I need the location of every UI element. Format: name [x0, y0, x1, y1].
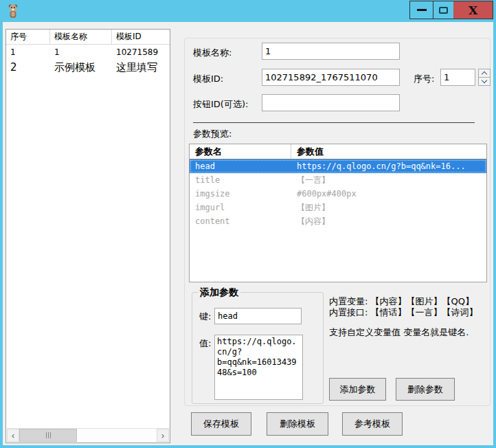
param-value: 【一言】	[291, 175, 486, 186]
param-list-header: 参数名 参数值	[190, 144, 486, 159]
reference-template-button[interactable]: 参考模板	[342, 412, 403, 436]
template-listview[interactable]: 序号 模板名称 模板ID 1 1 10271589 2 示例模板 这里填写 ‹	[5, 29, 170, 443]
template-name-input[interactable]	[262, 43, 400, 60]
maximize-button[interactable]	[433, 1, 454, 19]
param-value: 【内容】	[291, 216, 486, 227]
column-header-index[interactable]: 序号	[6, 30, 50, 44]
param-row[interactable]: imgurl 【图片】	[190, 201, 486, 214]
save-template-button[interactable]: 保存模板	[191, 412, 251, 436]
grip-icon	[50, 432, 51, 438]
hint-text: 内置变量: 【内容】【图片】【QQ】 内置接口: 【情话】【一言】【诗词】 支持…	[329, 296, 490, 338]
template-name-label: 模板名称:	[193, 47, 232, 59]
grip-icon	[48, 432, 49, 438]
key-label: 键:	[199, 311, 211, 323]
close-button[interactable]: X	[453, 1, 493, 19]
scroll-left-icon: ‹	[11, 430, 15, 441]
client-area: 序号 模板名称 模板ID 1 1 10271589 2 示例模板 这里填写 ‹	[3, 22, 493, 445]
scroll-right-button[interactable]: ›	[157, 429, 169, 442]
param-name: title	[190, 175, 291, 185]
add-param-group: 添加参数 键: 值: https://q.qlogo.cn/g?b=qq&nk=…	[192, 292, 324, 404]
minimize-button[interactable]	[409, 1, 433, 19]
template-id-input[interactable]	[262, 69, 400, 86]
chevron-down-icon	[482, 78, 487, 83]
value-textarea[interactable]: https://q.qlogo.cn/g?b=qq&nk=1601343948&…	[214, 335, 303, 400]
param-name: imgurl	[190, 203, 291, 212]
param-value: https://q.qlogo.cn/g?b=qq&nk=16...	[291, 161, 486, 171]
key-input[interactable]	[214, 308, 302, 324]
param-name: head	[190, 161, 291, 171]
cell-id: 这里填写	[112, 61, 170, 74]
index-label: 序号:	[414, 73, 434, 85]
param-preview-listview[interactable]: 参数名 参数值 head https://q.qlogo.cn/g?b=qq&n…	[189, 144, 487, 282]
grip-icon	[46, 432, 47, 438]
param-name: imgsize	[190, 189, 291, 199]
hint-custom-variables: 支持自定义变量值 变量名就是键名.	[329, 327, 490, 338]
add-param-group-title: 添加参数	[198, 287, 240, 299]
scrollbar-thumb[interactable]	[19, 429, 77, 442]
column-header-param-name[interactable]: 参数名	[190, 144, 291, 159]
minimize-icon	[417, 9, 427, 11]
index-stepper	[478, 69, 491, 86]
param-name: content	[190, 216, 291, 226]
column-header-name[interactable]: 模板名称	[50, 30, 112, 44]
title-bar[interactable]: X	[0, 0, 496, 22]
delete-template-button[interactable]: 删除模板	[267, 412, 328, 436]
cell-name: 示例模板	[50, 61, 112, 74]
cell-index: 2	[6, 61, 50, 74]
param-preview-label: 参数预览:	[193, 128, 232, 140]
column-header-param-value[interactable]: 参数值	[291, 146, 486, 158]
param-row[interactable]: content 【内容】	[190, 214, 486, 228]
cell-name: 1	[50, 47, 112, 57]
hint-builtin-variables: 内置变量: 【内容】【图片】【QQ】	[329, 296, 490, 307]
button-id-label: 按钮ID(可选):	[193, 98, 248, 111]
param-row-selected[interactable]: head https://q.qlogo.cn/g?b=qq&nk=16...	[190, 159, 486, 173]
delete-param-button[interactable]: 删除参数	[396, 378, 455, 401]
add-param-button[interactable]: 添加参数	[329, 378, 386, 401]
scroll-left-button[interactable]: ‹	[7, 429, 19, 442]
app-window: X 序号 模板名称 模板ID 1 1 10271589 2 示例模板 这里填写	[0, 0, 496, 448]
stepper-up-button[interactable]	[478, 69, 491, 78]
bear-mascot-icon	[7, 3, 19, 19]
param-row[interactable]: imgsize #600px#400px	[190, 187, 486, 201]
template-id-label: 模板ID:	[193, 73, 223, 85]
column-header-id[interactable]: 模板ID	[112, 30, 170, 44]
stepper-down-button[interactable]	[478, 78, 491, 86]
scroll-right-icon: ›	[161, 430, 165, 441]
value-label: 值:	[199, 337, 211, 350]
hint-builtin-interfaces: 内置接口: 【情话】【一言】【诗词】	[329, 307, 490, 318]
chevron-up-icon	[482, 71, 487, 77]
param-value: 【图片】	[291, 202, 486, 214]
listview-header: 序号 模板名称 模板ID	[6, 30, 170, 45]
scrollbar-track[interactable]	[19, 429, 157, 442]
index-input[interactable]	[440, 69, 475, 86]
maximize-icon	[439, 7, 448, 14]
close-icon: X	[469, 3, 477, 17]
template-row[interactable]: 2 示例模板 这里填写	[6, 59, 170, 76]
horizontal-scrollbar[interactable]: ‹ ›	[7, 428, 169, 442]
cell-id: 10271589	[112, 47, 170, 57]
param-row[interactable]: title 【一言】	[190, 173, 486, 187]
divider	[193, 122, 475, 123]
template-editor-panel: 模板名称: 模板ID: 序号: 按钮ID(可选): 参数预览: 参数名 参数值	[184, 38, 491, 406]
cell-index: 1	[6, 47, 50, 57]
button-id-input[interactable]	[262, 94, 400, 111]
param-value: #600px#400px	[291, 189, 486, 199]
template-row[interactable]: 1 1 10271589	[6, 45, 170, 59]
